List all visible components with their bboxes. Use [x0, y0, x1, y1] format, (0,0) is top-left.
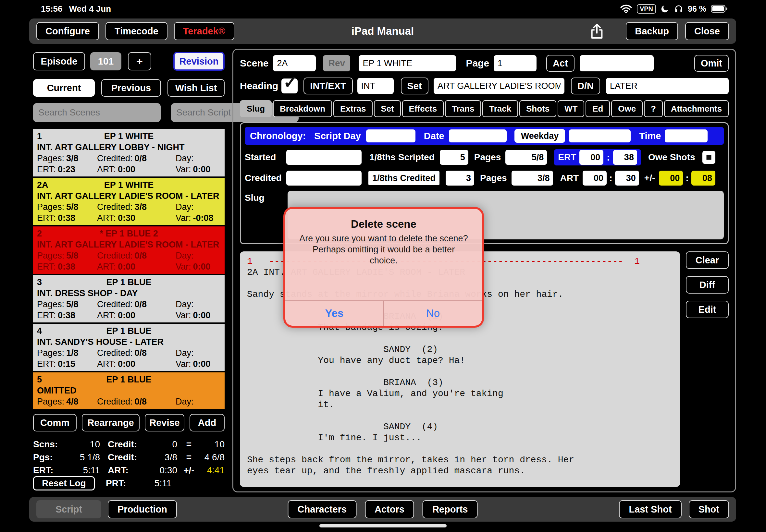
int-ext-button[interactable]: INT/EXT — [303, 78, 352, 94]
scene-list-item[interactable]: 5 EP 1 BLUE OMITTED Pages:4/8 Credited:0… — [33, 372, 225, 409]
search-scenes-input[interactable] — [33, 103, 161, 122]
variance-hours-field[interactable] — [659, 171, 683, 186]
pages-credited-field[interactable] — [512, 171, 553, 186]
art-hours-field[interactable] — [583, 171, 607, 186]
production-view-button[interactable]: Production — [108, 500, 177, 518]
delete-scene-dialog: Delete scene Are you sure you want to de… — [283, 207, 484, 328]
tab-slug[interactable]: Slug — [240, 100, 272, 117]
tab-breakdown[interactable]: Breakdown — [273, 100, 332, 117]
teradek-button[interactable]: Teradek® — [174, 22, 234, 40]
rev-button[interactable]: Rev — [323, 55, 350, 71]
set-field[interactable] — [434, 78, 565, 94]
variance-minutes-field[interactable] — [691, 171, 715, 186]
eighths-credited-field[interactable] — [446, 171, 474, 186]
tab-trans[interactable]: Trans — [445, 100, 481, 117]
scene-list-item[interactable]: 4 EP 1 BLUE INT. SANDY'S HOUSE - LATER P… — [33, 324, 225, 371]
rearrange-button[interactable]: Rearrange — [82, 414, 140, 431]
tab-[interactable]: ? — [644, 100, 663, 117]
tab-attachments[interactable]: Attachments — [664, 100, 729, 117]
script-day-field[interactable] — [366, 129, 416, 142]
add-episode-button[interactable]: + — [128, 52, 151, 70]
set-button[interactable]: Set — [401, 78, 429, 94]
day-night-button[interactable]: D/N — [571, 78, 600, 94]
scns-label: Scns: — [33, 439, 69, 450]
credited-label: Credited: — [97, 348, 133, 358]
pages-scripted-field[interactable] — [505, 150, 547, 165]
script-view-button[interactable]: Script — [36, 500, 101, 518]
edition-field[interactable] — [359, 55, 456, 71]
share-icon[interactable] — [590, 22, 604, 40]
scene-times-row: ERT:0:38 ART:0:30 Var:-0:08 — [37, 212, 221, 224]
dialog-message: Are you sure you want to delete the scen… — [299, 233, 468, 266]
tab-effects[interactable]: Effects — [402, 100, 444, 117]
episode-number-field[interactable] — [90, 52, 121, 70]
tab-track[interactable]: Track — [482, 100, 518, 117]
revise-button[interactable]: Revise — [145, 414, 184, 431]
credited-value: 0/8 — [135, 153, 147, 163]
date-field[interactable] — [449, 129, 507, 142]
ert-minutes-field[interactable] — [613, 150, 637, 165]
diff-button[interactable]: Diff — [686, 276, 729, 294]
pages-label: Pages: — [37, 251, 64, 260]
act-field[interactable] — [580, 55, 654, 71]
tab-owe[interactable]: Owe — [611, 100, 643, 117]
art-minutes-field[interactable] — [615, 171, 639, 186]
page-field[interactable] — [494, 55, 537, 71]
scene-pages-row: Pages:5/8 Credited:3/8 Day: — [37, 201, 221, 212]
shot-button[interactable]: Shot — [689, 500, 729, 518]
wish-list-tab[interactable]: Wish List — [167, 79, 225, 97]
act-button[interactable]: Act — [546, 55, 575, 72]
yes-button[interactable]: Yes — [285, 301, 384, 326]
omit-button[interactable]: Omit — [694, 55, 729, 72]
heading-checkbox[interactable]: ✓ — [281, 79, 298, 93]
eighths-credited-button[interactable]: 1/8ths Credited — [367, 170, 441, 186]
equals-sign: = — [177, 452, 201, 463]
ert-hours-field[interactable] — [579, 150, 603, 165]
close-button[interactable]: Close — [685, 22, 729, 40]
scene-list-item[interactable]: 1 EP 1 WHITE INT. ART GALLERY LOBBY - NI… — [33, 129, 225, 176]
int-ext-field[interactable] — [357, 78, 394, 94]
previous-tab[interactable]: Previous — [101, 79, 161, 97]
timecode-button[interactable]: Timecode — [105, 22, 167, 40]
revision-button[interactable]: Revision — [173, 52, 225, 71]
reports-button[interactable]: Reports — [423, 500, 478, 518]
pages-label: Pages: — [37, 348, 64, 358]
scene-list-item[interactable]: 3 EP 1 BLUE INT. DRESS SHOP - DAY Pages:… — [33, 275, 225, 322]
day-label: Day: — [176, 153, 194, 163]
weekday-button[interactable]: Weekday — [515, 129, 565, 143]
add-scene-button[interactable]: Add — [189, 414, 225, 431]
scene-list: 1 EP 1 WHITE INT. ART GALLERY LOBBY - NI… — [33, 129, 225, 409]
episode-button[interactable]: Episode — [33, 52, 85, 70]
credited-field[interactable] — [286, 171, 361, 186]
clear-button[interactable]: Clear — [686, 251, 729, 269]
no-button[interactable]: No — [384, 301, 482, 326]
actors-button[interactable]: Actors — [365, 500, 414, 518]
eighths-scripted-field[interactable] — [440, 150, 468, 165]
characters-button[interactable]: Characters — [288, 500, 357, 518]
tab-wt[interactable]: WT — [558, 100, 584, 117]
reset-log-button[interactable]: Reset Log — [33, 476, 95, 490]
tab-set[interactable]: Set — [374, 100, 401, 117]
home-indicator[interactable] — [319, 524, 447, 527]
last-shot-button[interactable]: Last Shot — [619, 500, 681, 518]
tab-ed[interactable]: Ed — [586, 100, 610, 117]
owe-shots-checkbox[interactable] — [702, 151, 715, 164]
scene-number-field[interactable] — [273, 55, 316, 71]
started-field[interactable] — [286, 150, 361, 165]
day-night-field[interactable] — [606, 78, 729, 94]
tab-extras[interactable]: Extras — [333, 100, 372, 117]
ert-group: ERT : — [554, 149, 641, 165]
equals-sign: = — [177, 439, 201, 450]
backup-button[interactable]: Backup — [626, 22, 678, 40]
comm-button[interactable]: Comm — [33, 414, 77, 431]
time-field[interactable] — [665, 129, 708, 142]
plus-minus-label: +/- — [644, 173, 655, 183]
edit-button[interactable]: Edit — [686, 301, 729, 318]
scene-list-item[interactable]: 2 * EP 1 BLUE 2 INT. ART GALLERY LADIE'S… — [33, 226, 225, 274]
current-tab[interactable]: Current — [33, 79, 95, 97]
scene-label: Scene — [240, 58, 268, 69]
configure-button[interactable]: Configure — [36, 22, 99, 40]
weekday-field[interactable] — [569, 129, 631, 142]
scene-list-item[interactable]: 2A EP 1 WHITE INT. ART GALLERY LADIE'S R… — [33, 178, 225, 225]
tab-shots[interactable]: Shots — [519, 100, 556, 117]
